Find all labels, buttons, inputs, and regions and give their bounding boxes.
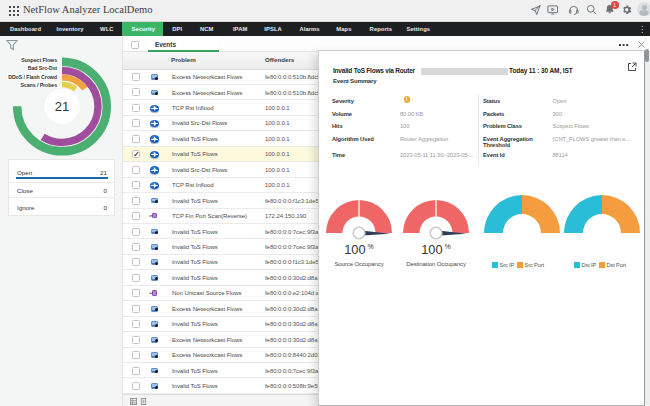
svg-text:21: 21 xyxy=(55,99,69,114)
